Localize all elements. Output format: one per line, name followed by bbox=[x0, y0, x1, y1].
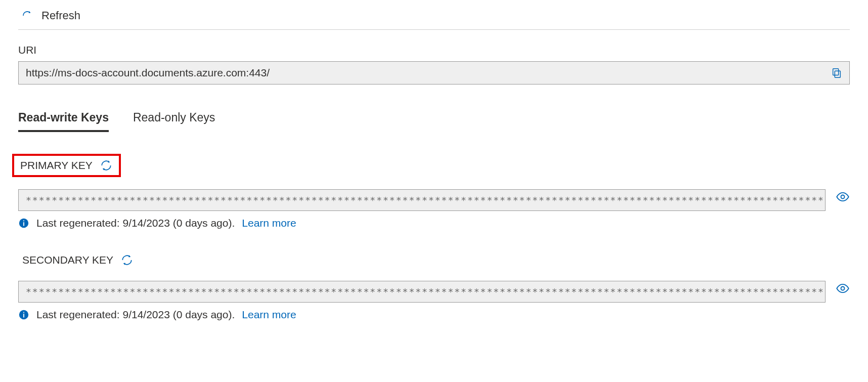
secondary-key-label: SECONDARY KEY bbox=[22, 254, 113, 266]
uri-field: https://ms-docs-account.documents.azure.… bbox=[18, 61, 850, 84]
svg-point-2 bbox=[841, 195, 845, 198]
learn-more-link[interactable]: Learn more bbox=[242, 309, 296, 321]
uri-value: https://ms-docs-account.documents.azure.… bbox=[26, 67, 270, 79]
divider bbox=[18, 29, 850, 30]
learn-more-link[interactable]: Learn more bbox=[242, 217, 296, 229]
svg-rect-1 bbox=[833, 69, 839, 75]
svg-point-6 bbox=[841, 286, 845, 290]
tabs: Read-write Keys Read-only Keys bbox=[18, 111, 850, 132]
secondary-key-section: SECONDARY KEY **************************… bbox=[18, 251, 850, 321]
toolbar: Refresh bbox=[18, 6, 850, 29]
primary-key-header: PRIMARY KEY bbox=[12, 154, 121, 177]
svg-rect-0 bbox=[835, 71, 840, 77]
copy-icon[interactable] bbox=[831, 67, 842, 78]
tab-read-only-keys[interactable]: Read-only Keys bbox=[133, 111, 215, 132]
eye-icon[interactable] bbox=[836, 281, 850, 295]
primary-key-status: Last regenerated: 9/14/2023 (0 days ago)… bbox=[18, 217, 850, 229]
tab-read-write-keys[interactable]: Read-write Keys bbox=[18, 111, 109, 132]
secondary-key-status: Last regenerated: 9/14/2023 (0 days ago)… bbox=[18, 309, 850, 321]
eye-icon[interactable] bbox=[836, 190, 850, 204]
info-icon bbox=[18, 309, 29, 320]
primary-key-section: PRIMARY KEY ****************************… bbox=[18, 154, 850, 229]
regenerate-icon[interactable] bbox=[100, 159, 113, 172]
refresh-button[interactable]: Refresh bbox=[41, 9, 80, 22]
svg-rect-9 bbox=[23, 312, 24, 313]
svg-rect-5 bbox=[23, 221, 24, 222]
status-text: Last regenerated: 9/14/2023 (0 days ago)… bbox=[36, 217, 235, 229]
svg-rect-8 bbox=[23, 314, 24, 317]
refresh-icon[interactable] bbox=[21, 10, 33, 22]
uri-section: URI https://ms-docs-account.documents.az… bbox=[18, 44, 850, 84]
secondary-key-value: ****************************************… bbox=[18, 281, 826, 303]
svg-rect-4 bbox=[23, 222, 24, 226]
primary-key-value: ****************************************… bbox=[18, 189, 826, 211]
regenerate-icon[interactable] bbox=[120, 253, 134, 267]
info-icon bbox=[18, 218, 29, 229]
uri-label: URI bbox=[18, 44, 850, 56]
primary-key-label: PRIMARY KEY bbox=[20, 159, 93, 172]
secondary-key-header: SECONDARY KEY bbox=[18, 251, 138, 269]
status-text: Last regenerated: 9/14/2023 (0 days ago)… bbox=[36, 309, 235, 321]
